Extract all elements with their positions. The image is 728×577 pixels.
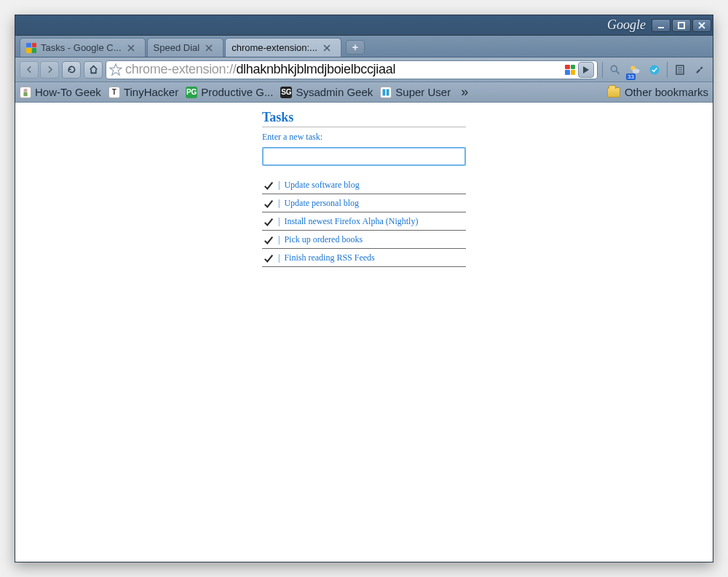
task-separator: | — [278, 216, 280, 227]
other-bookmarks-label: Other bookmarks — [625, 86, 708, 98]
check-icon — [264, 253, 274, 263]
task-item[interactable]: | Pick up ordered books — [262, 231, 466, 249]
svg-rect-23 — [383, 89, 386, 95]
task-text: Pick up ordered books — [284, 234, 363, 245]
new-task-label: Enter a new task: — [262, 132, 466, 143]
reload-button[interactable] — [62, 61, 81, 79]
other-bookmarks-button[interactable]: Other bookmarks — [607, 86, 708, 98]
folder-icon — [607, 87, 620, 98]
search-extension-icon[interactable] — [606, 61, 624, 79]
url-text: chrome-extension://dlhaknbhkjblmdjboielb… — [125, 62, 562, 77]
svg-rect-1 — [678, 23, 684, 28]
bookmark-icon — [380, 87, 392, 98]
minimize-button[interactable] — [652, 19, 670, 32]
bookmark-label: How-To Geek — [35, 86, 101, 98]
check-icon — [264, 199, 274, 209]
svg-rect-22 — [23, 92, 27, 96]
bookmark-label: Sysadmin Geek — [296, 86, 373, 98]
svg-marker-10 — [110, 63, 122, 74]
bookmarks-overflow-button[interactable]: » — [458, 84, 471, 100]
check-icon — [264, 180, 274, 191]
toolbar-separator — [602, 62, 603, 78]
navigation-bar: chrome-extension://dlhaknbhkjblmdjboielb… — [15, 57, 713, 82]
toolbar-right: 33 — [601, 61, 708, 79]
browser-window: Google Tasks - Google C... — [15, 15, 713, 562]
back-button[interactable] — [20, 61, 39, 79]
toolbar-separator — [667, 62, 668, 78]
tab-label: Speed Dial — [154, 42, 200, 53]
tab-close-icon[interactable] — [204, 43, 214, 53]
bookmark-label: TinyHacker — [124, 86, 178, 98]
svg-point-21 — [23, 88, 27, 92]
tab-close-icon[interactable] — [126, 43, 136, 53]
tab-close-icon[interactable] — [322, 43, 332, 53]
url-scheme: chrome-extension:// — [125, 62, 236, 77]
status-extension-icon[interactable] — [646, 61, 663, 79]
window-titlebar: Google — [15, 15, 713, 36]
new-task-input[interactable] — [262, 147, 466, 166]
window-controls — [652, 19, 711, 32]
bookmark-label: Super User — [395, 86, 451, 98]
task-text: Install newest Firefox Alpha (Nightly) — [284, 216, 418, 227]
svg-line-13 — [617, 71, 620, 73]
svg-rect-24 — [387, 89, 389, 95]
svg-point-16 — [650, 65, 660, 74]
task-item[interactable]: | Finish reading RSS Feeds — [262, 249, 466, 267]
page-title: Tasks — [262, 110, 466, 127]
url-bar[interactable]: chrome-extension://dlhaknbhkjblmdjboielb… — [106, 60, 598, 79]
bookmark-icon: T — [108, 87, 120, 98]
task-item[interactable]: | Update software blog — [262, 176, 466, 194]
task-text: Finish reading RSS Feeds — [284, 252, 374, 263]
task-text: Update personal blog — [284, 198, 359, 209]
bookmark-how-to-geek[interactable]: How-To Geek — [20, 86, 101, 98]
forward-button[interactable] — [40, 61, 59, 79]
bookmark-productive-g[interactable]: PG Productive G... — [186, 86, 273, 98]
weather-extension-icon[interactable]: 33 — [626, 61, 644, 79]
wrench-menu-button[interactable] — [691, 61, 708, 79]
new-tab-button[interactable]: + — [346, 40, 365, 55]
bookmark-star-icon[interactable] — [109, 63, 122, 76]
task-separator: | — [278, 180, 280, 191]
task-text: Update software blog — [284, 180, 359, 191]
bookmark-super-user[interactable]: Super User — [380, 86, 451, 98]
tab-bar: Tasks - Google C... Speed Dial chrome-ex… — [15, 36, 713, 57]
task-list: | Update software blog | Update personal… — [262, 176, 466, 267]
window-brand: Google — [607, 17, 646, 33]
svg-marker-11 — [583, 66, 589, 73]
weather-temp-badge: 33 — [626, 73, 636, 80]
close-button[interactable] — [692, 19, 711, 32]
go-button[interactable] — [578, 62, 594, 78]
tasks-app: Tasks Enter a new task: | Update softwar… — [262, 110, 466, 562]
task-item[interactable]: | Update personal blog — [262, 194, 466, 212]
check-icon — [264, 217, 274, 227]
bookmark-icon: SG — [280, 87, 292, 98]
bookmark-icon: PG — [186, 87, 197, 98]
tab-label: Tasks - Google C... — [41, 42, 122, 53]
tab-label: chrome-extension:... — [232, 42, 317, 53]
url-path: dlhaknbhkjblmdjboielbccjiaal — [236, 62, 395, 77]
svg-point-15 — [633, 68, 640, 73]
task-item[interactable]: | Install newest Firefox Alpha (Nightly) — [262, 212, 466, 231]
task-separator: | — [278, 198, 280, 209]
bookmarks-bar: How-To Geek T TinyHacker PG Productive G… — [15, 82, 713, 103]
tab-chrome-extension[interactable]: chrome-extension:... — [225, 38, 341, 57]
task-separator: | — [278, 234, 280, 245]
tab-speed-dial[interactable]: Speed Dial — [147, 38, 224, 57]
page-menu-button[interactable] — [671, 61, 689, 79]
task-separator: | — [278, 252, 280, 263]
home-button[interactable] — [84, 61, 103, 79]
maximize-button[interactable] — [672, 19, 691, 32]
bookmark-sysadmin-geek[interactable]: SG Sysadmin Geek — [280, 86, 373, 98]
page-content: Tasks Enter a new task: | Update softwar… — [15, 103, 713, 562]
tab-favicon-icon — [26, 43, 36, 53]
bookmark-icon — [20, 87, 31, 98]
tab-tasks[interactable]: Tasks - Google C... — [20, 38, 146, 57]
bookmark-tinyhacker[interactable]: T TinyHacker — [108, 86, 178, 98]
bookmark-label: Productive G... — [201, 86, 273, 98]
site-identity-icon[interactable] — [565, 65, 575, 75]
check-icon — [264, 235, 274, 245]
svg-point-12 — [611, 65, 617, 71]
